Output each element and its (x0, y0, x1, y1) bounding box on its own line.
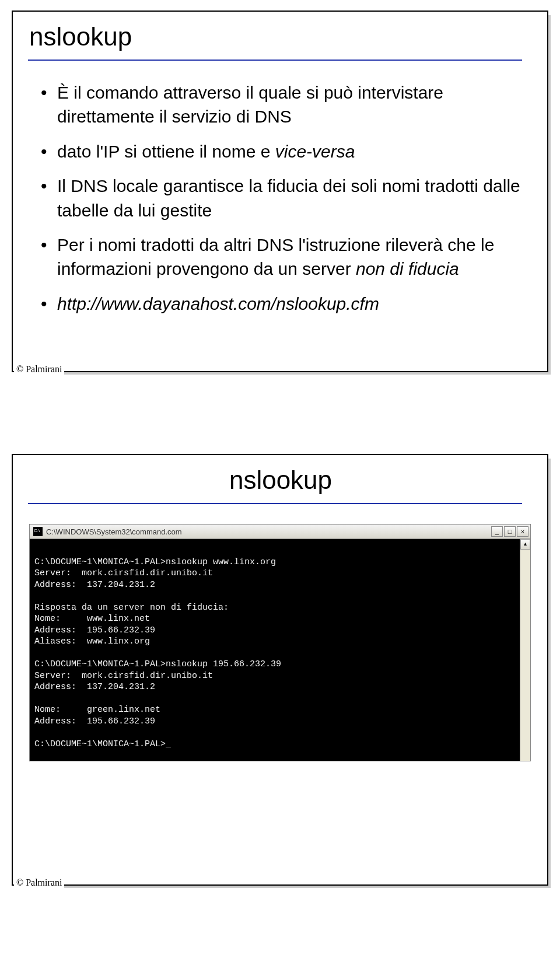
bullet-emph: non di fiducia (356, 259, 459, 278)
title-underline (28, 60, 522, 61)
maximize-button[interactable]: □ (504, 526, 516, 537)
terminal-window-title: C:\WINDOWS\System32\command.com (46, 527, 182, 536)
slide-frame: nslookup C:\WINDOWS\System32\command.com… (12, 454, 548, 886)
bullet-text: Il DNS locale garantisce la fiducia dei … (57, 176, 520, 219)
scroll-up-icon[interactable]: ▴ (520, 539, 530, 550)
bullet-item: Il DNS locale garantisce la fiducia dei … (41, 174, 532, 222)
terminal-titlebar: C:\WINDOWS\System32\command.com _ □ × (29, 524, 531, 539)
slide-title: nslookup (29, 466, 532, 495)
minimize-button[interactable]: _ (491, 526, 503, 537)
copyright-label: © Palmirani (14, 877, 64, 888)
terminal-body-wrap: C:\DOCUME~1\MONICA~1.PAL>nslookup www.li… (29, 539, 531, 761)
bullet-list: È il comando attraverso il quale si può … (28, 81, 532, 316)
bullet-item: Per i nomi tradotti da altri DNS l'istru… (41, 233, 532, 281)
slide-title: nslookup (29, 22, 532, 51)
copyright-label: © Palmirani (14, 364, 64, 375)
slide-frame: nslookup È il comando attraverso il qual… (12, 11, 548, 372)
bullet-item: http://www.dayanahost.com/nslookup.cfm (41, 292, 532, 316)
slide-nslookup-terminal: nslookup C:\WINDOWS\System32\command.com… (12, 443, 548, 945)
terminal-output: C:\DOCUME~1\MONICA~1.PAL>nslookup www.li… (30, 539, 520, 761)
slide-nslookup-text: nslookup È il comando attraverso il qual… (12, 0, 548, 443)
bullet-emph: vice-versa (275, 142, 355, 161)
title-underline (28, 503, 522, 504)
terminal-scrollbar[interactable]: ▴ (520, 539, 530, 761)
bullet-text: È il comando attraverso il quale si può … (57, 83, 443, 126)
bullet-item: È il comando attraverso il quale si può … (41, 81, 532, 129)
bullet-item: dato l'IP si ottiene il nome e vice-vers… (41, 139, 532, 163)
cmd-icon (33, 527, 43, 536)
bullet-text: dato l'IP si ottiene il nome e (57, 142, 275, 161)
terminal-screenshot: C:\WINDOWS\System32\command.com _ □ × C:… (29, 524, 531, 761)
bullet-link: http://www.dayanahost.com/nslookup.cfm (57, 294, 379, 313)
window-buttons: _ □ × (491, 526, 528, 537)
close-button[interactable]: × (517, 526, 528, 537)
